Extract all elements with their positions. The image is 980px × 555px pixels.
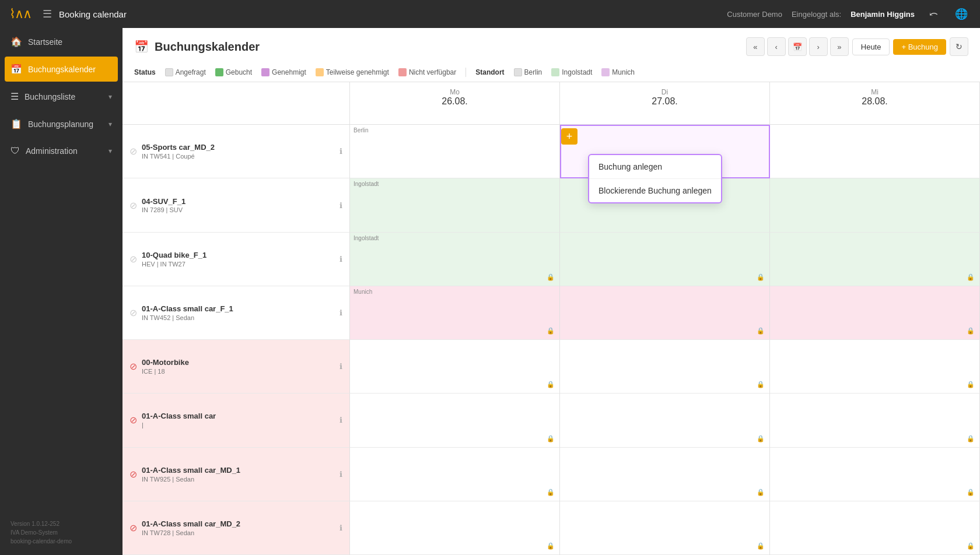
ingolstadt-label: Ingolstadt: [562, 68, 592, 76]
lock-v7-d2: 🔒: [967, 489, 975, 496]
cell-v5-d2[interactable]: 🔒: [770, 340, 980, 394]
cell-v1-d1[interactable]: + Buchung anlegen Blockierende Buchung a…: [560, 125, 770, 178]
lock-v4-d1: 🔒: [757, 327, 765, 335]
cell-v5-d1[interactable]: 🔒: [560, 340, 770, 394]
sidebar-label-startseite: Startseite: [28, 37, 112, 47]
lock-v8-d2: 🔒: [967, 542, 975, 550]
cell-v6-d1[interactable]: 🔒: [560, 394, 770, 447]
cell-v3-d2[interactable]: 🔒: [770, 233, 980, 286]
lock-v5-d0: 🔒: [547, 381, 555, 388]
vehicle-details-v6: 01-A-Class small car |: [142, 412, 335, 428]
day-header-mi: Mi 28.08.: [770, 82, 980, 125]
calendar-grid: Mo 26.08. Di 27.08. Mi 28.08. ⊘ 05-Sport…: [123, 82, 980, 555]
info-icon-v7[interactable]: ℹ: [340, 470, 342, 479]
sidebar-item-buchungskalender[interactable]: 📅 Buchungskalender: [5, 57, 118, 82]
cell-v3-d0[interactable]: Ingolstadt 🔒: [350, 233, 560, 286]
nav-prev-button[interactable]: ‹: [767, 37, 786, 56]
cell-v3-d1[interactable]: 🔒: [560, 233, 770, 286]
calendar-controls: « ‹ 📅 › » Heute + Buchung ↻: [746, 37, 968, 56]
sidebar-label-buchungsliste: Buchungsliste: [24, 92, 103, 101]
logo-icon: ⌇∧∧: [9, 6, 31, 22]
vehicle-sub-v6: |: [142, 421, 335, 428]
cell-v2-d2[interactable]: [770, 178, 980, 232]
vehicle-details-v7: 01-A-Class small car_MD_1 IN TW925 | Sed…: [142, 466, 335, 483]
cell-v4-d2[interactable]: 🔒: [770, 286, 980, 340]
cell-v6-d2[interactable]: 🔒: [770, 394, 980, 447]
sidebar-item-buchungsliste[interactable]: ☰ Buchungsliste ▾: [0, 83, 123, 110]
lock-v7-d0: 🔒: [547, 489, 555, 496]
cell-v7-d0[interactable]: 🔒: [350, 448, 560, 501]
logout-button[interactable]: ⤺: [924, 5, 943, 23]
popup-buchung-anlegen[interactable]: Buchung anlegen: [589, 155, 721, 179]
info-icon-v4[interactable]: ℹ: [340, 308, 342, 317]
vehicle-name-v4: 01-A-Class small car_F_1: [142, 304, 335, 314]
calendar-title: Buchungskalender: [155, 40, 260, 54]
vehicle-sub-v8: IN TW728 | Sedan: [142, 529, 335, 536]
vehicle-details-v2: 04-SUV_F_1 IN 7289 | SUV: [142, 197, 335, 214]
cell-v7-d1[interactable]: 🔒: [560, 448, 770, 501]
popup-blockierende-buchung[interactable]: Blockierende Buchung anlegen: [589, 179, 721, 202]
sidebar-item-buchungsplanung[interactable]: 📋 Buchungsplanung ▾: [0, 110, 123, 138]
refresh-button[interactable]: ↻: [950, 37, 968, 56]
cell-v4-d1[interactable]: 🔒: [560, 286, 770, 340]
sidebar-item-administration[interactable]: 🛡 Administration ▾: [0, 138, 123, 164]
nav-first-button[interactable]: «: [746, 37, 765, 56]
buchungsplanung-chevron: ▾: [108, 120, 112, 128]
vehicle-name-v2: 04-SUV_F_1: [142, 197, 335, 207]
status-legend-label: Status: [134, 68, 156, 76]
vehicle-name-v1: 05-Sports car_MD_2: [142, 143, 335, 153]
day-num-mo: 26.08.: [355, 96, 555, 107]
location-v4-d0: Munich: [354, 289, 372, 295]
angefragt-label: Angefragt: [176, 68, 206, 76]
home-icon: 🏠: [10, 36, 22, 47]
add-booking-trigger-v1-d1[interactable]: +: [561, 128, 578, 145]
vehicle-sub-v4: IN TW452 | Sedan: [142, 314, 335, 321]
language-button[interactable]: 🌐: [952, 5, 971, 23]
system-text: IVA Demo-System: [10, 528, 112, 537]
logged-in-name: Benjamin Higgins: [850, 10, 915, 19]
cell-v8-d0[interactable]: 🔒: [350, 501, 560, 555]
add-booking-button[interactable]: + Buchung: [893, 39, 946, 55]
info-icon-v1[interactable]: ℹ: [340, 147, 342, 156]
lock-v5-d2: 🔒: [967, 381, 975, 388]
block-icon-v6: ⊘: [130, 415, 137, 426]
booking-popup: Buchung anlegen Blockierende Buchung anl…: [588, 154, 722, 203]
cell-v2-d0[interactable]: Ingolstadt: [350, 178, 560, 232]
nav-last-button[interactable]: »: [830, 37, 849, 56]
cell-v5-d0[interactable]: 🔒: [350, 340, 560, 394]
berlin-swatch: [514, 68, 522, 76]
content-area: 📅 Buchungskalender « ‹ 📅 › » Heute + Buc…: [123, 28, 980, 555]
vehicle-info-v6: ⊘ 01-A-Class small car | ℹ: [123, 394, 350, 447]
main-layout: 🏠 Startseite 📅 Buchungskalender ☰ Buchun…: [0, 28, 980, 555]
info-icon-v3[interactable]: ℹ: [340, 255, 342, 264]
cell-v8-d2[interactable]: 🔒: [770, 501, 980, 555]
cell-v1-d0[interactable]: Berlin: [350, 125, 560, 178]
today-button[interactable]: Heute: [852, 38, 890, 55]
nav-calendar-button[interactable]: 📅: [788, 37, 807, 56]
cell-v8-d1[interactable]: 🔒: [560, 501, 770, 555]
cell-v1-d2[interactable]: [770, 125, 980, 178]
info-icon-v6[interactable]: ℹ: [340, 416, 342, 424]
munich-label: Munich: [612, 68, 635, 76]
vehicle-details-v4: 01-A-Class small car_F_1 IN TW452 | Seda…: [142, 304, 335, 321]
sidebar-label-administration: Administration: [26, 146, 103, 156]
info-icon-v2[interactable]: ℹ: [340, 201, 342, 210]
lock-v5-d1: 🔒: [757, 381, 765, 388]
hamburger-icon[interactable]: ☰: [43, 8, 52, 20]
cell-v4-d0[interactable]: Munich 🔒: [350, 286, 560, 340]
info-icon-v8[interactable]: ℹ: [340, 524, 342, 532]
vehicle-info-v1: ⊘ 05-Sports car_MD_2 IN TW541 | Coupé ℹ: [123, 125, 350, 178]
vehicle-name-v7: 01-A-Class small car_MD_1: [142, 466, 335, 476]
sidebar-label-buchungskalender: Buchungskalender: [28, 65, 112, 74]
location-v2-d0: Ingolstadt: [354, 181, 379, 187]
cell-v7-d2[interactable]: 🔒: [770, 448, 980, 501]
sidebar-item-startseite[interactable]: 🏠 Startseite: [0, 28, 123, 55]
vehicle-info-v2: ⊘ 04-SUV_F_1 IN 7289 | SUV ℹ: [123, 178, 350, 232]
block-icon-v2: ⊘: [130, 200, 137, 211]
info-icon-v5[interactable]: ℹ: [340, 362, 342, 371]
administration-chevron: ▾: [108, 147, 112, 155]
lock-v6-d1: 🔒: [757, 435, 765, 442]
nav-next-button[interactable]: ›: [809, 37, 828, 56]
cell-v6-d0[interactable]: 🔒: [350, 394, 560, 447]
vehicle-info-v8: ⊘ 01-A-Class small car_MD_2 IN TW728 | S…: [123, 501, 350, 555]
